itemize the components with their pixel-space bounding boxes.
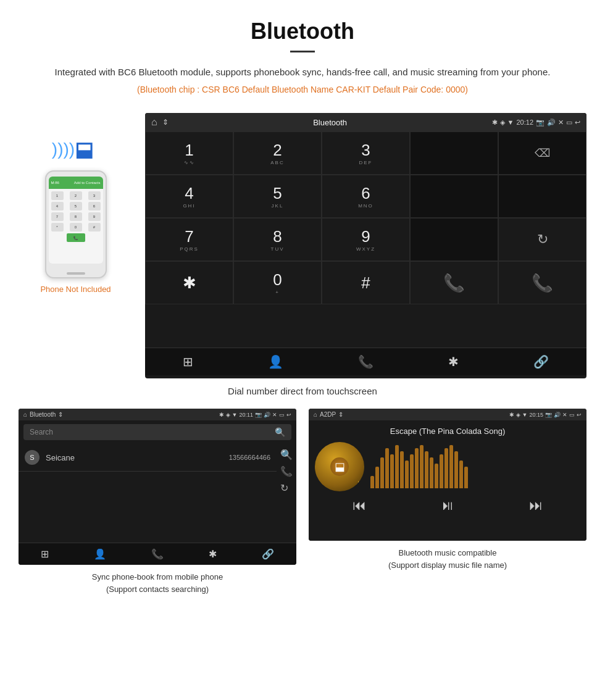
- contact-row[interactable]: S Seicane 13566664466: [19, 444, 277, 472]
- pb-usb-icon: ⇕: [58, 411, 63, 418]
- music-caption: Bluetooth music compatible(Support displ…: [309, 547, 586, 571]
- contacts-toolbar-icon[interactable]: 👤: [268, 354, 283, 369]
- main-section: )))) ⬓ M:86Add to Contacts 123 456 789: [0, 113, 605, 378]
- home-icon[interactable]: ⌂: [151, 117, 157, 128]
- eq-bar: [385, 448, 389, 488]
- contact-number: 13566664466: [229, 454, 270, 461]
- music-body: Escape (The Pina Colada Song) ⬓ ♪ ⏮ ⏯ ⏭: [309, 420, 586, 541]
- dial-display-empty: [410, 131, 498, 175]
- phonebook-screenshot: ⌂ Bluetooth ⇕ ✱ ◈ ▼ 20:11 📷 🔊 ✕ ▭ ↩: [19, 409, 296, 565]
- pb-loc-icon: ◈: [226, 412, 230, 418]
- dial-empty-4: [410, 218, 498, 261]
- dial-key-4[interactable]: 4GHI: [145, 175, 233, 218]
- dial-key-9[interactable]: 9WXYZ: [322, 218, 410, 261]
- dial-backspace-button[interactable]: ⌫: [498, 131, 586, 175]
- music-screenshot: ⌂ A2DP ⇕ ✱ ◈ ▼ 20:15 📷 🔊 ✕ ▭ ↩ E: [309, 409, 586, 541]
- pb-phone-icon[interactable]: 📞: [151, 548, 164, 560]
- eq-bar: [454, 451, 458, 488]
- music-art-area: ⬓ ♪: [315, 442, 580, 491]
- eq-bar: [459, 460, 463, 488]
- eq-bar: [420, 445, 424, 488]
- dial-refresh-button[interactable]: ↻: [498, 218, 586, 261]
- pb-bluetooth-icon[interactable]: ✱: [209, 548, 217, 560]
- eq-bar: [440, 454, 443, 488]
- phone-toolbar-icon[interactable]: 📞: [358, 354, 373, 369]
- pb-person-icon[interactable]: 👤: [94, 548, 106, 560]
- dial-key-5[interactable]: 5JKL: [233, 175, 322, 218]
- contact-avatar: S: [25, 450, 40, 465]
- bluetooth-status-icon: ✱: [492, 119, 498, 127]
- eq-bar: [405, 460, 409, 488]
- dial-empty-3: [498, 175, 586, 218]
- music-loc-icon: ◈: [516, 412, 520, 418]
- pb-title: Bluetooth: [30, 411, 56, 418]
- pb-bottom-bar: ⊞ 👤 📞 ✱ 🔗: [19, 543, 296, 565]
- eq-bar: [415, 448, 419, 488]
- signal-icon: ▼: [507, 119, 514, 126]
- eq-bar: [449, 445, 453, 488]
- pb-refresh-side-icon[interactable]: ↻: [280, 482, 293, 494]
- play-pause-button[interactable]: ⏯: [441, 498, 454, 514]
- dial-key-1[interactable]: 1∿∿: [145, 131, 233, 175]
- pb-x: ✕: [272, 412, 277, 418]
- music-usb-icon: ⇕: [338, 411, 343, 418]
- pb-screen: ▭: [279, 412, 285, 418]
- phonebook-side-icons: 🔍 📞 ↻: [277, 444, 296, 499]
- volume-icon: 🔊: [547, 119, 556, 127]
- bluetooth-specs: (Bluetooth chip : CSR BC6 Default Blueto…: [37, 85, 568, 94]
- bottom-toolbar: ⊞ 👤 📞 ✱ 🔗: [145, 348, 586, 375]
- bluetooth-toolbar-icon[interactable]: ✱: [448, 354, 459, 369]
- pb-link-icon[interactable]: 🔗: [262, 548, 274, 560]
- phonebook-search[interactable]: Search 🔍: [23, 424, 291, 440]
- music-home-icon[interactable]: ⌂: [314, 411, 317, 418]
- eq-bar: [375, 467, 379, 488]
- pb-home-icon[interactable]: ⌂: [23, 411, 27, 418]
- dialpad-toolbar-icon[interactable]: ⊞: [183, 354, 193, 369]
- page-description: Integrated with BC6 Bluetooth module, su…: [37, 65, 568, 80]
- dial-key-3[interactable]: 3DEF: [322, 131, 410, 175]
- status-bar: ⌂ ⇕ Bluetooth ✱ ◈ ▼ 20:12 📷 🔊 ✕ ▭ ↩: [145, 113, 586, 131]
- search-icon: 🔍: [275, 427, 285, 437]
- bluetooth-icon-area: )))) ⬓: [58, 138, 93, 161]
- pb-signal: ▼: [232, 412, 238, 418]
- dial-key-2[interactable]: 2ABC: [233, 131, 322, 175]
- eq-bar: [425, 451, 428, 488]
- pb-back[interactable]: ↩: [286, 412, 291, 418]
- eq-bar: [464, 467, 468, 488]
- phone-not-included-label: Phone Not Included: [40, 285, 111, 294]
- album-art: ⬓ ♪: [315, 442, 364, 491]
- dial-call-button[interactable]: 📞: [410, 261, 498, 304]
- music-block: ⌂ A2DP ⇕ ✱ ◈ ▼ 20:15 📷 🔊 ✕ ▭ ↩ E: [309, 409, 586, 595]
- main-caption: Dial number direct from touchscreen: [0, 378, 605, 409]
- dial-key-0[interactable]: 0+: [233, 261, 322, 304]
- phonebook-body: S Seicane 13566664466 🔍 📞 ↻: [19, 444, 296, 543]
- pb-status-bar: ⌂ Bluetooth ⇕ ✱ ◈ ▼ 20:11 📷 🔊 ✕ ▭ ↩: [19, 409, 296, 420]
- eq-bar: [410, 454, 414, 488]
- link-toolbar-icon[interactable]: 🔗: [533, 354, 549, 369]
- dial-key-8[interactable]: 8TUV: [233, 218, 322, 261]
- eq-bar: [430, 457, 433, 488]
- dial-key-7[interactable]: 7PQRS: [145, 218, 233, 261]
- music-back[interactable]: ↩: [577, 412, 582, 418]
- next-button[interactable]: ⏭: [529, 498, 543, 514]
- contact-name: Seicane: [46, 453, 229, 462]
- bottom-screenshots: ⌂ Bluetooth ⇕ ✱ ◈ ▼ 20:11 📷 🔊 ✕ ▭ ↩: [0, 409, 605, 601]
- pb-call-side-icon[interactable]: 📞: [280, 465, 293, 477]
- dial-end-call-button[interactable]: 📞: [498, 261, 586, 304]
- music-bt-icon: ✱: [509, 412, 514, 418]
- prev-button[interactable]: ⏮: [353, 498, 366, 514]
- dial-key-6[interactable]: 6MNO: [322, 175, 410, 218]
- time-display: 20:12: [516, 119, 533, 126]
- back-icon[interactable]: ↩: [575, 119, 580, 127]
- pb-search-side-icon[interactable]: 🔍: [280, 449, 293, 460]
- phone-home-button: [67, 272, 85, 275]
- usb-icon: ⇕: [162, 118, 169, 127]
- eq-bar: [444, 448, 448, 488]
- location-icon: ◈: [500, 119, 505, 127]
- page-header: Bluetooth Integrated with BC6 Bluetooth …: [0, 0, 605, 113]
- music-note-icon: ♪: [356, 478, 361, 488]
- pb-dialpad-icon[interactable]: ⊞: [41, 548, 49, 560]
- dial-key-star[interactable]: ✱: [145, 261, 233, 304]
- dial-key-hash[interactable]: #: [322, 261, 410, 304]
- dial-empty-2: [410, 175, 498, 218]
